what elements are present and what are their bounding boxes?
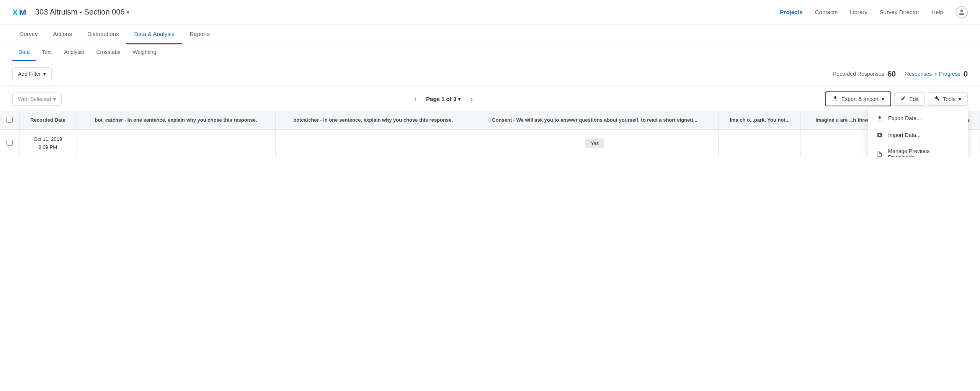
tools-label: Tools bbox=[943, 96, 956, 102]
date-value: Oct 11, 2019 bbox=[26, 135, 70, 143]
manage-downloads-label: Manage Previous Downloads... bbox=[888, 148, 960, 157]
header-bot-catcher2: botcatcher - In one sentence, explain wh… bbox=[275, 111, 471, 130]
edit-label: Edit bbox=[909, 96, 918, 102]
nav-projects[interactable]: Projects bbox=[780, 9, 803, 15]
page-of-text: of bbox=[446, 96, 453, 102]
tab-survey[interactable]: Survey bbox=[12, 24, 46, 44]
page-navigation: ‹ Page 1 of 3 ▾ › bbox=[409, 93, 478, 105]
header-consent: Consent - We will ask you to answer ques… bbox=[471, 111, 719, 130]
add-filter-label: Add Filter bbox=[18, 71, 41, 77]
filter-right: Recorded Responses 60 Responses in Progr… bbox=[833, 70, 968, 78]
tools-chevron: ▾ bbox=[959, 96, 961, 102]
time-value: 8:09 PM bbox=[26, 143, 70, 152]
export-data-item[interactable]: Export Data... bbox=[868, 110, 968, 127]
toolbar-right: Export & Import ▾ Edit Tools ▾ bbox=[825, 91, 968, 106]
tab-actions[interactable]: Actions bbox=[46, 24, 80, 44]
nav-right: Projects Contacts Library Survey Directo… bbox=[780, 6, 968, 18]
page-text: Page 1 of 3 bbox=[426, 96, 456, 102]
filter-bar: Add Filter ▾ Recorded Responses 60 Respo… bbox=[0, 61, 980, 87]
row-checkbox-cell bbox=[0, 130, 19, 157]
project-title[interactable]: 303 Altruism - Section 006 ▾ bbox=[35, 8, 129, 16]
edit-button[interactable]: Edit bbox=[894, 92, 925, 106]
project-title-text: 303 Altruism - Section 006 bbox=[35, 8, 124, 16]
sub-tab-text[interactable]: Text bbox=[36, 44, 58, 61]
row-bot-catcher bbox=[77, 130, 275, 157]
import-data-icon bbox=[876, 131, 884, 139]
add-filter-chevron: ▾ bbox=[43, 71, 46, 77]
user-avatar[interactable] bbox=[956, 6, 968, 18]
sub-tab-analysis[interactable]: Analysis bbox=[58, 44, 90, 61]
tools-icon bbox=[934, 96, 940, 102]
nav-help[interactable]: Help bbox=[931, 9, 943, 15]
nav-left: X M 303 Altruism - Section 006 ▾ bbox=[12, 7, 129, 18]
export-data-label: Export Data... bbox=[888, 115, 921, 121]
in-progress-label[interactable]: Responses in Progress bbox=[905, 71, 960, 77]
row-checkbox[interactable] bbox=[7, 140, 13, 146]
page-label: Page bbox=[426, 96, 440, 102]
row-consent: Yes bbox=[471, 130, 719, 157]
sub-tab-bar: Data Text Analysis Crosstabs Weighting bbox=[0, 44, 980, 61]
export-dropdown-menu: Export Data... Import Data... Manage Pre… bbox=[868, 107, 968, 157]
tools-button[interactable]: Tools ▾ bbox=[928, 92, 968, 106]
consent-yes-badge: Yes bbox=[585, 138, 604, 148]
in-progress-count: 0 bbox=[964, 70, 968, 78]
add-filter-button[interactable]: Add Filter ▾ bbox=[12, 67, 52, 80]
page-next-button[interactable]: › bbox=[466, 93, 478, 105]
row-imagine1 bbox=[719, 130, 801, 157]
export-label: Export & Import bbox=[841, 96, 879, 102]
header-recorded-date: Recorded Date bbox=[19, 111, 77, 130]
with-selected-button[interactable]: With Selected ▾ bbox=[12, 93, 62, 106]
export-icon bbox=[832, 95, 838, 103]
export-data-icon bbox=[876, 114, 884, 122]
sub-tab-weighting[interactable]: Weighting bbox=[126, 44, 162, 61]
filter-left: Add Filter ▾ bbox=[12, 67, 52, 80]
xm-logo[interactable]: X M bbox=[12, 7, 29, 18]
top-navigation: X M 303 Altruism - Section 006 ▾ Project… bbox=[0, 0, 980, 24]
table-header-row: Recorded Date bot_catcher - In one sente… bbox=[0, 111, 980, 130]
sub-tab-crosstabs[interactable]: Crosstabs bbox=[90, 44, 126, 61]
tab-distributions[interactable]: Distributions bbox=[80, 24, 127, 44]
sub-tab-data[interactable]: Data bbox=[12, 44, 36, 61]
row-recorded-date: Oct 11, 2019 8:09 PM bbox=[19, 130, 77, 157]
recorded-responses-label: Recorded Responses bbox=[833, 71, 884, 77]
data-table: Recorded Date bot_catcher - In one sente… bbox=[0, 111, 980, 157]
table-row: Oct 11, 2019 8:09 PM Yes ▾ bbox=[0, 130, 980, 157]
with-selected-chevron: ▾ bbox=[53, 96, 56, 102]
page-indicator[interactable]: Page 1 of 3 ▾ bbox=[426, 96, 461, 103]
page-current: 1 bbox=[441, 96, 444, 102]
main-tab-bar: Survey Actions Distributions Data & Anal… bbox=[0, 24, 980, 44]
page-chevron: ▾ bbox=[458, 96, 461, 103]
nav-survey-director[interactable]: Survey Director bbox=[880, 9, 919, 15]
responses-in-progress: Responses in Progress 0 bbox=[905, 70, 968, 78]
data-table-container: Recorded Date bot_catcher - In one sente… bbox=[0, 111, 980, 157]
with-selected-section: With Selected ▾ bbox=[12, 93, 62, 106]
row-bot-catcher2 bbox=[275, 130, 471, 157]
import-data-label: Import Data... bbox=[888, 132, 921, 138]
nav-library[interactable]: Library bbox=[850, 9, 867, 15]
tab-reports[interactable]: Reports bbox=[182, 24, 217, 44]
import-data-item[interactable]: Import Data... bbox=[868, 127, 968, 143]
project-dropdown-icon: ▾ bbox=[127, 9, 129, 15]
page-total: 3 bbox=[453, 96, 456, 102]
toolbar-row: With Selected ▾ ‹ Page 1 of 3 ▾ › Export… bbox=[0, 87, 980, 111]
header-checkbox bbox=[0, 111, 19, 130]
export-import-button[interactable]: Export & Import ▾ bbox=[825, 91, 891, 106]
nav-contacts[interactable]: Contacts bbox=[815, 9, 838, 15]
header-bot-catcher: bot_catcher - In one sentence, explain w… bbox=[77, 111, 275, 130]
recorded-responses: Recorded Responses 60 bbox=[833, 70, 896, 78]
svg-text:M: M bbox=[19, 8, 26, 17]
edit-icon bbox=[901, 96, 906, 102]
page-prev-button[interactable]: ‹ bbox=[409, 93, 421, 105]
manage-downloads-item[interactable]: Manage Previous Downloads... bbox=[868, 143, 968, 157]
recorded-responses-count: 60 bbox=[887, 70, 896, 78]
with-selected-label: With Selected bbox=[18, 96, 51, 102]
manage-downloads-icon bbox=[876, 150, 883, 157]
tab-data-analysis[interactable]: Data & Analysis bbox=[126, 24, 182, 44]
select-all-checkbox[interactable] bbox=[7, 117, 13, 123]
header-imagine1: Ima ch o...park. You not... bbox=[719, 111, 801, 130]
export-chevron: ▾ bbox=[882, 96, 884, 102]
svg-text:X: X bbox=[12, 8, 18, 17]
